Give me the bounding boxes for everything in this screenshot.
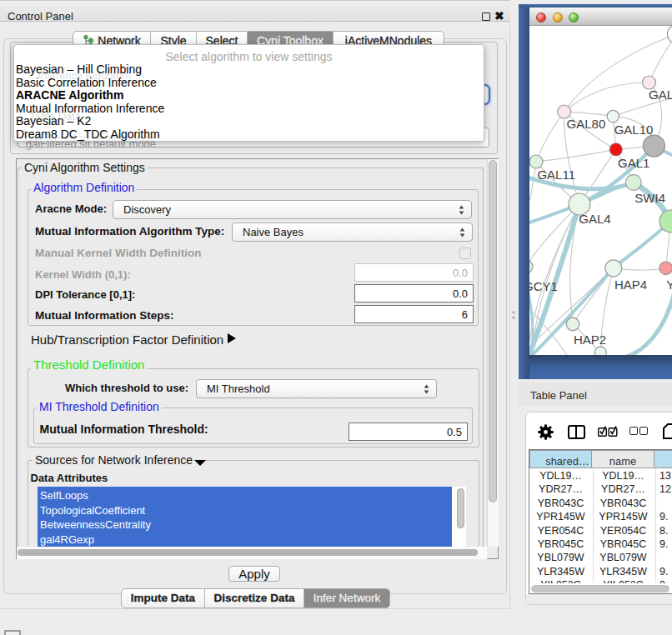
svg-text:GAL80: GAL80 (567, 117, 606, 131)
svg-text:GAL10: GAL10 (614, 122, 654, 137)
svg-text:GAL1: GAL1 (618, 156, 649, 170)
svg-text:GAL11: GAL11 (537, 168, 575, 182)
svg-text:HAP2: HAP2 (574, 332, 606, 347)
svg-text:SWI4: SWI4 (634, 191, 665, 205)
svg-text:HAP4: HAP4 (614, 278, 647, 292)
svg-text:GAL2: GAL2 (649, 88, 672, 102)
svg-text:GAL4: GAL4 (579, 212, 610, 226)
svg-text:YJ: YJ (666, 278, 672, 292)
svg-text:GCY1: GCY1 (529, 279, 558, 293)
